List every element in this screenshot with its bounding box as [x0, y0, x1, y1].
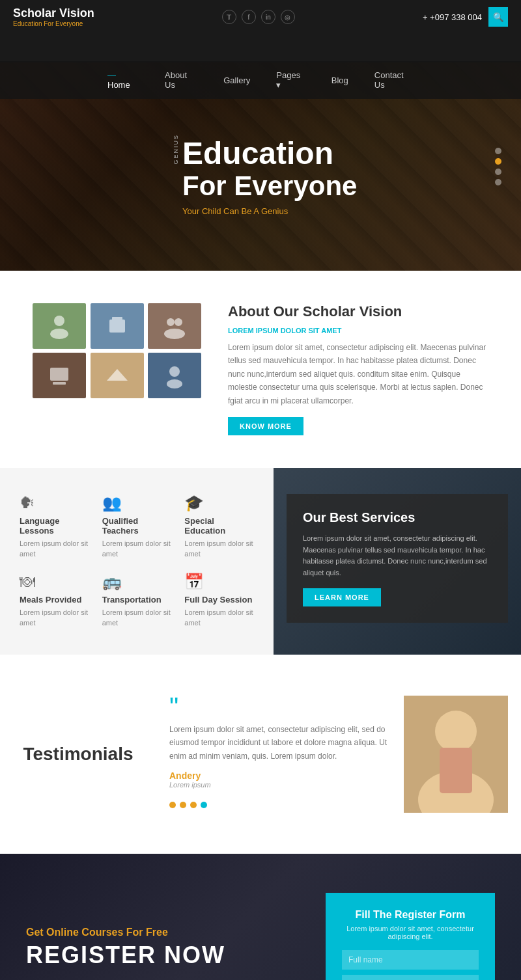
- language-icon: 🗣: [20, 494, 89, 512]
- best-services-body: Lorem ipsum dolor sit amet, consectetur …: [303, 533, 492, 578]
- about-img-1: [33, 303, 86, 349]
- nav-pages[interactable]: Pages ▾: [273, 61, 308, 99]
- facebook-icon[interactable]: f: [242, 10, 256, 24]
- svg-point-4: [167, 318, 175, 326]
- services-list: 🗣 Language Lessons Lorem ipsum dolor sit…: [0, 468, 274, 655]
- service-special: 🎓 Special Education Lorem ipsum dolor si…: [184, 494, 254, 560]
- t-dot-3[interactable]: [190, 802, 197, 808]
- about-text: About Our Scholar Vision LOREM IPSUM DOL…: [228, 303, 488, 435]
- testimonials-image: [404, 696, 508, 813]
- about-img-6: [148, 353, 201, 398]
- register-highlight: Courses For Free: [81, 927, 167, 938]
- fullday-icon: 📅: [184, 573, 254, 591]
- teachers-icon: 👥: [102, 494, 172, 512]
- testimonials-title-area: Testimonials: [0, 731, 156, 778]
- header-top: Scholar Vision Education For Everyone 𝕋 …: [0, 0, 521, 34]
- register-sub-text: Get Online: [26, 927, 81, 938]
- about-img-4: [33, 353, 86, 398]
- nav-contact[interactable]: Contact Us: [371, 61, 417, 99]
- svg-rect-3: [112, 317, 122, 321]
- hero-dot-2[interactable]: [495, 158, 501, 165]
- main-nav: Home About Us Gallery Pages ▾ Blog Conta…: [0, 61, 521, 99]
- register-section: Get Online Courses For Free REGISTER NOW…: [0, 854, 521, 980]
- service-fullday-desc: Lorem ipsum dolor sit amet: [184, 607, 254, 629]
- svg-rect-8: [53, 382, 66, 385]
- service-meals-desc: Lorem ipsum dolor sit amet: [20, 607, 89, 629]
- testimonial-quote: Lorem ipsum dolor sit amet, consectetur …: [169, 723, 391, 763]
- t-dot-2[interactable]: [180, 802, 186, 808]
- hero-subtitle: Your Child Can Be A Genius: [182, 206, 357, 216]
- service-teachers-desc: Lorem ipsum dolor sit amet: [102, 538, 172, 560]
- svg-rect-14: [440, 748, 472, 793]
- rss-icon[interactable]: ◎: [281, 10, 295, 24]
- service-transport-title: Transportation: [102, 595, 172, 605]
- svg-point-12: [435, 711, 477, 752]
- about-img-5: [91, 353, 144, 398]
- testimonials-section: Testimonials " Lorem ipsum dolor sit ame…: [0, 655, 521, 854]
- nav-home[interactable]: Home: [104, 61, 142, 99]
- register-form: Fill The Register Form Lorem ipsum dolor…: [326, 893, 495, 980]
- service-meals-title: Meals Provided: [20, 595, 89, 605]
- svg-rect-7: [50, 368, 68, 381]
- about-images: [33, 303, 202, 398]
- about-body: Lorem ipsum dolor sit amet, consectetur …: [228, 341, 488, 407]
- twitter-icon[interactable]: 𝕋: [222, 10, 236, 24]
- service-fullday: 📅 Full Day Session Lorem ipsum dolor sit…: [184, 573, 254, 629]
- svg-point-10: [167, 379, 182, 388]
- services-overlay: Our Best Services Lorem ipsum dolor sit …: [287, 494, 508, 623]
- hero-dot-4[interactable]: [495, 179, 501, 185]
- t-dot-1[interactable]: [169, 802, 176, 808]
- about-section: About Our Scholar Vision LOREM IPSUM DOL…: [0, 271, 521, 468]
- testimonial-author: Andery: [169, 770, 391, 781]
- service-special-title: Special Education: [184, 516, 254, 536]
- testimonials-content: " Lorem ipsum dolor sit amet, consectetu…: [156, 687, 404, 821]
- service-teachers-title: Qualified Teachers: [102, 516, 172, 536]
- about-title: About Our Scholar Vision: [228, 303, 488, 320]
- hero-dot-3[interactable]: [495, 169, 501, 175]
- linkedin-icon[interactable]: in: [261, 10, 275, 24]
- hero-title-2: For Everyone: [182, 171, 357, 201]
- logo: Scholar Vision Education For Everyone: [13, 7, 94, 27]
- hero-pagination: [495, 148, 501, 185]
- about-lorem: LOREM IPSUM DOLOR SIT AMET: [228, 327, 488, 334]
- register-left: Get Online Courses For Free REGISTER NOW…: [26, 927, 300, 980]
- hero-dot-1[interactable]: [495, 148, 501, 154]
- testimonials-title: Testimonials: [23, 744, 133, 765]
- service-meals: 🍽 Meals Provided Lorem ipsum dolor sit a…: [20, 573, 89, 629]
- search-button[interactable]: 🔍: [488, 7, 508, 27]
- site-tagline: Education For Everyone: [13, 20, 94, 27]
- best-services-title: Our Best Services: [303, 510, 492, 525]
- special-ed-icon: 🎓: [184, 494, 254, 512]
- nav-blog[interactable]: Blog: [328, 66, 352, 94]
- service-transport: 🚌 Transportation Lorem ipsum dolor sit a…: [102, 573, 172, 629]
- transport-icon: 🚌: [102, 573, 172, 591]
- phone-number: + +097 338 004: [423, 12, 482, 22]
- nav-about[interactable]: About Us: [162, 61, 201, 99]
- email-input[interactable]: [342, 975, 479, 980]
- site-name: Scholar Vision: [13, 7, 94, 20]
- learn-more-button[interactable]: LEARN MORE: [303, 588, 381, 606]
- svg-point-6: [164, 329, 185, 339]
- meals-icon: 🍽: [20, 573, 89, 591]
- register-subtitle: Get Online Courses For Free: [26, 927, 300, 938]
- svg-point-9: [169, 366, 180, 377]
- fullname-input[interactable]: [342, 950, 479, 970]
- form-title: Fill The Register Form: [342, 909, 479, 921]
- hero-content: Education For Everyone Your Child Can Be…: [182, 117, 357, 216]
- know-more-button[interactable]: KNOW MORE: [228, 417, 303, 435]
- hero-title-1: Education: [182, 137, 357, 171]
- service-language-desc: Lorem ipsum dolor sit amet: [20, 538, 89, 560]
- svg-point-5: [175, 318, 182, 326]
- svg-point-0: [54, 316, 64, 326]
- service-fullday-title: Full Day Session: [184, 595, 254, 605]
- nav-gallery[interactable]: Gallery: [220, 66, 253, 94]
- social-icons: 𝕋 f in ◎: [222, 10, 295, 24]
- about-img-2: [91, 303, 144, 349]
- t-dot-4[interactable]: [201, 802, 207, 808]
- testimonial-role: Lorem ipsum: [169, 781, 391, 789]
- header-right: + +097 338 004 🔍: [423, 7, 508, 27]
- form-subtitle: Lorem ipsum dolor sit amet, consectetur …: [342, 925, 479, 940]
- service-language-title: Language Lessons: [20, 516, 89, 536]
- svg-rect-2: [109, 320, 125, 333]
- hero-genius-label: GENIUS: [173, 134, 179, 165]
